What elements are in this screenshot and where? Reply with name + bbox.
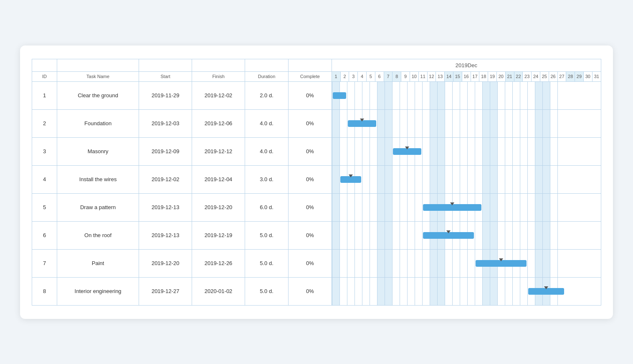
cell-duration: 3.0 d. bbox=[245, 165, 289, 193]
col-id-header bbox=[32, 59, 57, 71]
day-header-10: 10 bbox=[410, 71, 418, 81]
table-row: 5Draw a pattern2019-12-132019-12-206.0 d… bbox=[32, 193, 601, 221]
day-header-25: 25 bbox=[540, 71, 549, 81]
cell-duration: 5.0 d. bbox=[245, 249, 289, 277]
cell-start: 2019-12-27 bbox=[139, 277, 192, 305]
cell-id: 4 bbox=[32, 165, 57, 193]
gantt-table: 2019Dec ID Task Name Start Finish Durati… bbox=[32, 59, 601, 306]
day-header-22: 22 bbox=[514, 71, 523, 81]
cell-start: 2019-12-09 bbox=[139, 137, 192, 165]
gantt-bar bbox=[333, 92, 346, 99]
gantt-cell bbox=[332, 109, 601, 137]
cell-duration: 4.0 d. bbox=[245, 137, 289, 165]
day-header-11: 11 bbox=[418, 71, 427, 81]
cell-taskname: Foundation bbox=[57, 109, 139, 137]
cell-duration: 4.0 d. bbox=[245, 109, 289, 137]
header-days-row: ID Task Name Start Finish Duration Compl… bbox=[32, 71, 601, 81]
cell-id: 8 bbox=[32, 277, 57, 305]
day-header-12: 12 bbox=[427, 71, 436, 81]
cell-finish: 2019-12-02 bbox=[192, 81, 245, 109]
cell-taskname: Install the wires bbox=[57, 165, 139, 193]
cell-complete: 0% bbox=[288, 193, 332, 221]
duration-col-label: Duration bbox=[245, 71, 289, 81]
cell-finish: 2019-12-12 bbox=[192, 137, 245, 165]
dep-arrow-icon bbox=[446, 230, 451, 233]
table-row: 1Clear the ground2019-11-292019-12-022.0… bbox=[32, 81, 601, 109]
gantt-body: 1Clear the ground2019-11-292019-12-022.0… bbox=[32, 81, 601, 305]
col-taskname-header bbox=[57, 59, 139, 71]
day-header-15: 15 bbox=[453, 71, 462, 81]
cell-start: 2019-12-13 bbox=[139, 221, 192, 249]
start-col-label: Start bbox=[139, 71, 192, 81]
cell-id: 7 bbox=[32, 249, 57, 277]
day-header-21: 21 bbox=[505, 71, 514, 81]
cell-start: 2019-12-20 bbox=[139, 249, 192, 277]
day-header-27: 27 bbox=[557, 71, 566, 81]
gantt-cell bbox=[332, 221, 601, 249]
cell-complete: 0% bbox=[288, 137, 332, 165]
day-header-2: 2 bbox=[340, 71, 349, 81]
cell-complete: 0% bbox=[288, 109, 332, 137]
cell-id: 2 bbox=[32, 109, 57, 137]
day-header-28: 28 bbox=[566, 71, 575, 81]
col-start-header bbox=[139, 59, 192, 71]
dep-arrow-icon bbox=[499, 258, 503, 261]
taskname-col-label: Task Name bbox=[57, 71, 139, 81]
day-header-8: 8 bbox=[392, 71, 401, 81]
cell-duration: 5.0 d. bbox=[245, 277, 289, 305]
cell-complete: 0% bbox=[288, 81, 332, 109]
cell-id: 6 bbox=[32, 221, 57, 249]
dep-arrow-icon bbox=[450, 202, 454, 205]
day-header-5: 5 bbox=[366, 71, 375, 81]
table-row: 6On the roof2019-12-132019-12-195.0 d.0% bbox=[32, 221, 601, 249]
finish-col-label: Finish bbox=[192, 71, 245, 81]
id-col-label: ID bbox=[32, 71, 57, 81]
day-header-26: 26 bbox=[549, 71, 557, 81]
gantt-cell bbox=[332, 193, 601, 221]
dep-arrow-icon bbox=[405, 147, 409, 149]
cell-taskname: Clear the ground bbox=[57, 81, 139, 109]
cell-taskname: Draw a pattern bbox=[57, 193, 139, 221]
day-header-16: 16 bbox=[462, 71, 471, 81]
cell-start: 2019-12-02 bbox=[139, 165, 192, 193]
cell-duration: 6.0 d. bbox=[245, 193, 289, 221]
day-header-9: 9 bbox=[401, 71, 410, 81]
day-header-4: 4 bbox=[358, 71, 367, 81]
cell-finish: 2019-12-19 bbox=[192, 221, 245, 249]
gantt-cell bbox=[332, 277, 601, 305]
cell-id: 1 bbox=[32, 81, 57, 109]
cell-finish: 2019-12-26 bbox=[192, 249, 245, 277]
table-row: 4Install the wires2019-12-022019-12-043.… bbox=[32, 165, 601, 193]
day-header-3: 3 bbox=[349, 71, 358, 81]
cell-taskname: On the roof bbox=[57, 221, 139, 249]
complete-col-label: Complete bbox=[288, 71, 332, 81]
cell-duration: 2.0 d. bbox=[245, 81, 289, 109]
day-header-23: 23 bbox=[523, 71, 532, 81]
cell-complete: 0% bbox=[288, 249, 332, 277]
col-complete-header bbox=[288, 59, 332, 71]
cell-start: 2019-12-03 bbox=[139, 109, 192, 137]
dep-arrow-icon bbox=[360, 119, 364, 121]
col-duration-header bbox=[245, 59, 289, 71]
gantt-cell bbox=[332, 165, 601, 193]
cell-finish: 2019-12-06 bbox=[192, 109, 245, 137]
day-header-18: 18 bbox=[479, 71, 488, 81]
gantt-cell bbox=[332, 249, 601, 277]
cell-finish: 2019-12-20 bbox=[192, 193, 245, 221]
day-header-6: 6 bbox=[375, 71, 384, 81]
gantt-card: 2019Dec ID Task Name Start Finish Durati… bbox=[20, 46, 613, 319]
day-header-19: 19 bbox=[488, 71, 497, 81]
day-header-24: 24 bbox=[532, 71, 540, 81]
cell-taskname: Interior engineering bbox=[57, 277, 139, 305]
dep-arrow-icon bbox=[544, 286, 548, 289]
table-row: 8Interior engineering2019-12-272020-01-0… bbox=[32, 277, 601, 305]
table-row: 3Masonry2019-12-092019-12-124.0 d.0% bbox=[32, 137, 601, 165]
cell-complete: 0% bbox=[288, 277, 332, 305]
month-label: 2019Dec bbox=[332, 59, 601, 71]
cell-start: 2019-12-13 bbox=[139, 193, 192, 221]
day-header-13: 13 bbox=[436, 71, 445, 81]
cell-taskname: Masonry bbox=[57, 137, 139, 165]
day-header-1: 1 bbox=[332, 71, 340, 81]
cell-finish: 2020-01-02 bbox=[192, 277, 245, 305]
day-header-7: 7 bbox=[384, 71, 392, 81]
